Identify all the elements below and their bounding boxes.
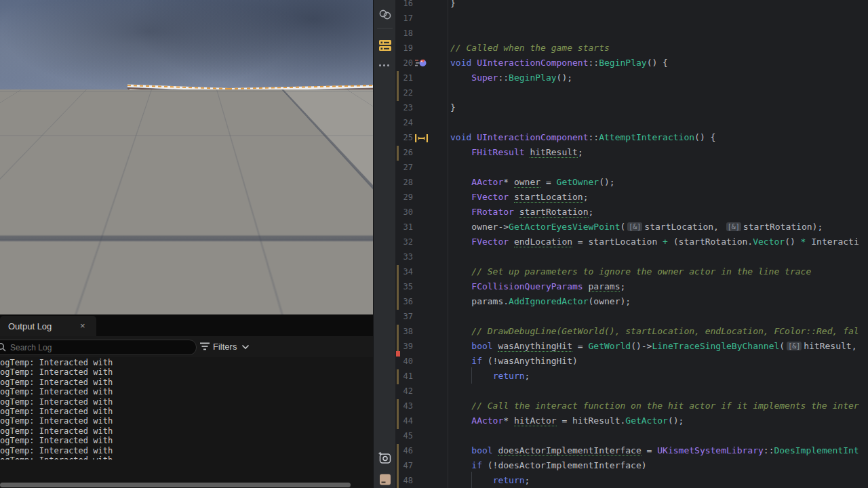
code-token: UKismetSystemLibrary <box>657 445 764 455</box>
unreal-viewport[interactable]: z x y <box>0 0 373 314</box>
ide-tool-stripe: ? <box>373 0 395 488</box>
log-lines[interactable]: ogTemp: Interacted withogTemp: Interacte… <box>0 358 373 460</box>
log-line: ogTemp: Interacted with <box>0 436 373 445</box>
code-line <box>450 160 868 175</box>
code-token <box>450 207 471 217</box>
code-line <box>450 428 868 443</box>
code-line: AActor* owner = GetOwner(); <box>450 175 868 190</box>
package-icon[interactable] <box>378 472 393 487</box>
code-token <box>450 281 471 291</box>
code-token: DoesImplementInt <box>774 445 859 455</box>
code-line: owner->GetActorEyesViewPoint([&]startLoc… <box>450 220 868 235</box>
code-token: (!wasAnythingHit) <box>482 356 578 366</box>
code-token: GetOwner <box>557 177 599 187</box>
code-token: UInteractionComponent <box>477 132 588 142</box>
close-icon[interactable]: × <box>80 321 85 331</box>
svg-text:?: ? <box>386 14 389 19</box>
code-editor[interactable]: 1617181920212223242526272829303132333435… <box>395 0 868 488</box>
search-log-input[interactable] <box>9 340 188 354</box>
code-token: GetActorEyesViewPoint <box>509 222 620 232</box>
structure-icon[interactable] <box>378 38 393 53</box>
indent-guide <box>471 367 472 384</box>
code-token: return <box>493 475 525 485</box>
code-line: if (!wasAnythingHit) <box>450 354 868 369</box>
code-area[interactable]: }// Called when the game startsvoid UInt… <box>450 0 868 488</box>
code-token: BeginPlay <box>509 73 556 83</box>
code-token: () <box>785 237 800 247</box>
line-number: 32 <box>395 235 413 249</box>
code-token: hitActor <box>514 415 557 426</box>
axis-gizmo: z x y <box>5 252 47 293</box>
code-token: hitResult, <box>804 341 862 351</box>
code-line: Super::BeginPlay(); <box>450 70 868 85</box>
code-token: BeginPlay <box>599 58 646 68</box>
log-hscrollbar[interactable] <box>0 483 351 487</box>
code-line <box>450 11 868 26</box>
code-token: owner <box>514 177 540 188</box>
line-number: 27 <box>395 160 413 175</box>
tab-label: Output Log <box>8 321 52 331</box>
code-token: GetWorld <box>589 341 631 351</box>
line-number: 45 <box>395 428 413 443</box>
code-token <box>450 192 471 202</box>
code-token <box>450 73 471 83</box>
code-token <box>450 147 471 157</box>
collaborate-icon[interactable]: ? <box>378 7 393 22</box>
unreal-blueprint-icon[interactable] <box>415 58 427 70</box>
line-number: 29 <box>395 190 413 205</box>
more-icon[interactable] <box>379 64 391 66</box>
code-token: ; <box>525 371 530 381</box>
code-token: AttemptInteraction <box>599 132 694 142</box>
code-token <box>583 281 589 291</box>
code-token: Vector <box>753 237 785 247</box>
output-log-panel: Output Log × Filters <box>0 314 373 488</box>
log-hscroll-track <box>0 482 373 488</box>
code-token: // Call the interact function on the hit… <box>471 401 859 411</box>
code-token: AddIgnoredActor <box>509 296 588 306</box>
code-token: startRotation); <box>743 222 823 232</box>
code-line <box>450 26 868 41</box>
code-token: FVector <box>471 192 509 202</box>
code-token: + <box>663 237 668 247</box>
code-token: :: <box>589 132 599 142</box>
code-token: UInteractionComponent <box>477 58 588 68</box>
code-token: if <box>471 460 482 470</box>
code-token: = startLocation <box>572 237 663 247</box>
code-line: params.AddIgnoredActor(owner); <box>450 294 868 309</box>
code-token: = <box>540 177 556 187</box>
line-number: 33 <box>395 249 413 264</box>
vcs-change-bar <box>397 86 399 101</box>
code-line: AActor* hitActor = hitResult.GetActor(); <box>450 413 868 428</box>
adjust-width-icon[interactable] <box>415 133 428 145</box>
code-token: FVector <box>471 237 509 247</box>
inlay-hint: [&] <box>787 342 802 350</box>
vcs-change-bar <box>397 444 399 459</box>
code-token: (!doesActorImplementInterface) <box>482 460 647 470</box>
line-number: 37 <box>395 309 413 324</box>
code-token: (); <box>599 177 614 187</box>
code-token <box>450 401 471 411</box>
code-token <box>450 326 471 336</box>
chevron-down-icon <box>241 344 250 350</box>
filter-icon <box>199 342 210 351</box>
code-token: (owner); <box>589 296 631 306</box>
screenshot-icon[interactable] <box>378 451 393 466</box>
log-line: ogTemp: Interacted with <box>0 387 373 396</box>
code-token: :: <box>498 73 509 83</box>
code-token: startLocation <box>514 192 583 203</box>
code-token: FCollisionQueryParams <box>471 281 583 291</box>
code-token: = <box>642 445 657 455</box>
code-token: FHitResult <box>471 147 524 157</box>
code-token: :: <box>764 445 774 455</box>
code-line: void UInteractionComponent::AttemptInter… <box>450 130 868 145</box>
line-number: 19 <box>395 41 413 56</box>
code-token: bool <box>471 341 492 351</box>
code-token: params <box>589 281 620 292</box>
code-token: // DrawDebugLine(GetWorld(), startLocati… <box>471 326 859 336</box>
code-token: Interacti <box>806 237 859 247</box>
code-token <box>471 58 477 68</box>
tab-output-log[interactable]: Output Log × <box>0 316 96 336</box>
axis-x-label: x <box>33 280 37 289</box>
search-box[interactable] <box>0 340 197 355</box>
axis-z-label: z <box>14 254 19 264</box>
